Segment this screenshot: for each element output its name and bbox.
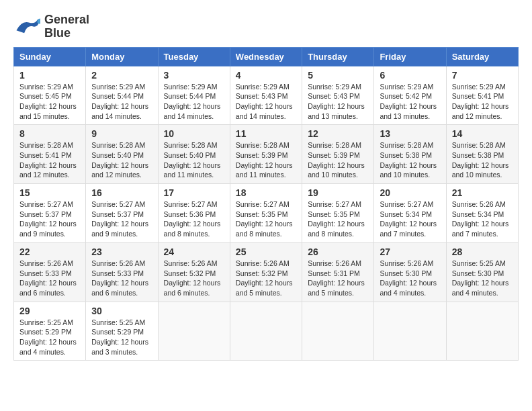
day-number: 8 [19, 128, 80, 139]
day-info: Sunrise: 5:26 AM Sunset: 5:33 PM Dayligh… [91, 259, 152, 298]
calendar-week-3: 15 Sunrise: 5:27 AM Sunset: 5:37 PM Dayl… [14, 184, 519, 243]
day-info: Sunrise: 5:28 AM Sunset: 5:40 PM Dayligh… [91, 140, 152, 180]
day-number: 29 [19, 306, 80, 316]
calendar-cell: 22 Sunrise: 5:26 AM Sunset: 5:33 PM Dayl… [14, 242, 86, 302]
day-info: Sunrise: 5:28 AM Sunset: 5:38 PM Dayligh… [452, 140, 513, 180]
day-number: 2 [91, 70, 152, 81]
weekday-header-tuesday: Tuesday [158, 47, 230, 66]
calendar-cell [446, 302, 518, 361]
calendar-cell: 21 Sunrise: 5:26 AM Sunset: 5:34 PM Dayl… [446, 184, 518, 243]
logo: General Blue [13, 13, 89, 40]
day-info: Sunrise: 5:28 AM Sunset: 5:41 PM Dayligh… [19, 140, 80, 180]
calendar-cell: 8 Sunrise: 5:28 AM Sunset: 5:41 PM Dayli… [14, 125, 86, 184]
weekday-header-sunday: Sunday [14, 47, 86, 66]
calendar-cell: 20 Sunrise: 5:27 AM Sunset: 5:34 PM Dayl… [374, 184, 446, 243]
day-number: 30 [91, 306, 152, 316]
calendar-cell: 27 Sunrise: 5:26 AM Sunset: 5:30 PM Dayl… [374, 242, 446, 302]
day-info: Sunrise: 5:28 AM Sunset: 5:39 PM Dayligh… [236, 140, 296, 180]
day-number: 20 [380, 187, 440, 198]
calendar-cell: 23 Sunrise: 5:26 AM Sunset: 5:33 PM Dayl… [86, 242, 158, 302]
day-number: 26 [308, 246, 368, 257]
calendar-table: SundayMondayTuesdayWednesdayThursdayFrid… [13, 47, 519, 361]
calendar-cell [230, 302, 302, 361]
calendar-week-2: 8 Sunrise: 5:28 AM Sunset: 5:41 PM Dayli… [14, 125, 519, 184]
day-info: Sunrise: 5:28 AM Sunset: 5:38 PM Dayligh… [380, 140, 440, 180]
day-number: 27 [380, 246, 440, 257]
weekday-header-monday: Monday [86, 47, 158, 66]
calendar-cell: 11 Sunrise: 5:28 AM Sunset: 5:39 PM Dayl… [230, 125, 302, 184]
day-info: Sunrise: 5:29 AM Sunset: 5:44 PM Dayligh… [91, 82, 152, 122]
calendar-cell: 7 Sunrise: 5:29 AM Sunset: 5:41 PM Dayli… [446, 66, 518, 125]
calendar-cell: 9 Sunrise: 5:28 AM Sunset: 5:40 PM Dayli… [86, 125, 158, 184]
day-info: Sunrise: 5:29 AM Sunset: 5:44 PM Dayligh… [164, 82, 224, 122]
day-number: 7 [452, 70, 513, 81]
day-info: Sunrise: 5:27 AM Sunset: 5:37 PM Dayligh… [19, 199, 80, 239]
calendar-cell: 15 Sunrise: 5:27 AM Sunset: 5:37 PM Dayl… [14, 184, 86, 243]
day-info: Sunrise: 5:26 AM Sunset: 5:33 PM Dayligh… [19, 259, 80, 298]
day-number: 14 [452, 128, 513, 139]
day-number: 1 [19, 70, 80, 81]
calendar-cell: 17 Sunrise: 5:27 AM Sunset: 5:36 PM Dayl… [158, 184, 230, 243]
page-header: General Blue [13, 13, 519, 40]
calendar-cell: 16 Sunrise: 5:27 AM Sunset: 5:37 PM Dayl… [86, 184, 158, 243]
calendar-cell [158, 302, 230, 361]
day-info: Sunrise: 5:25 AM Sunset: 5:30 PM Dayligh… [452, 259, 513, 298]
day-info: Sunrise: 5:28 AM Sunset: 5:39 PM Dayligh… [308, 140, 368, 180]
calendar-cell: 18 Sunrise: 5:27 AM Sunset: 5:35 PM Dayl… [230, 184, 302, 243]
calendar-cell: 14 Sunrise: 5:28 AM Sunset: 5:38 PM Dayl… [446, 125, 518, 184]
weekday-header-saturday: Saturday [446, 47, 518, 66]
day-info: Sunrise: 5:27 AM Sunset: 5:35 PM Dayligh… [308, 199, 368, 239]
day-number: 4 [236, 70, 296, 81]
day-info: Sunrise: 5:29 AM Sunset: 5:41 PM Dayligh… [452, 82, 513, 122]
day-info: Sunrise: 5:27 AM Sunset: 5:35 PM Dayligh… [236, 199, 296, 239]
day-number: 12 [308, 128, 368, 139]
calendar-week-1: 1 Sunrise: 5:29 AM Sunset: 5:45 PM Dayli… [14, 66, 519, 125]
day-number: 11 [236, 128, 296, 139]
day-number: 5 [308, 70, 368, 81]
day-number: 22 [19, 246, 80, 257]
calendar-cell: 6 Sunrise: 5:29 AM Sunset: 5:42 PM Dayli… [374, 66, 446, 125]
day-info: Sunrise: 5:29 AM Sunset: 5:43 PM Dayligh… [236, 82, 296, 122]
day-info: Sunrise: 5:29 AM Sunset: 5:43 PM Dayligh… [308, 82, 368, 122]
calendar-cell: 12 Sunrise: 5:28 AM Sunset: 5:39 PM Dayl… [302, 125, 374, 184]
day-number: 3 [164, 70, 224, 81]
weekday-header-row: SundayMondayTuesdayWednesdayThursdayFrid… [14, 47, 519, 66]
calendar-cell [302, 302, 374, 361]
day-number: 19 [308, 187, 368, 198]
calendar-cell: 5 Sunrise: 5:29 AM Sunset: 5:43 PM Dayli… [302, 66, 374, 125]
calendar-cell: 30 Sunrise: 5:25 AM Sunset: 5:29 PM Dayl… [86, 302, 158, 361]
day-info: Sunrise: 5:28 AM Sunset: 5:40 PM Dayligh… [164, 140, 224, 180]
day-info: Sunrise: 5:27 AM Sunset: 5:34 PM Dayligh… [380, 199, 440, 239]
calendar-cell: 3 Sunrise: 5:29 AM Sunset: 5:44 PM Dayli… [158, 66, 230, 125]
calendar-cell: 1 Sunrise: 5:29 AM Sunset: 5:45 PM Dayli… [14, 66, 86, 125]
calendar-cell: 29 Sunrise: 5:25 AM Sunset: 5:29 PM Dayl… [14, 302, 86, 361]
day-info: Sunrise: 5:29 AM Sunset: 5:42 PM Dayligh… [380, 82, 440, 122]
day-info: Sunrise: 5:26 AM Sunset: 5:32 PM Dayligh… [164, 259, 224, 298]
day-number: 21 [452, 187, 513, 198]
calendar-cell: 4 Sunrise: 5:29 AM Sunset: 5:43 PM Dayli… [230, 66, 302, 125]
day-info: Sunrise: 5:26 AM Sunset: 5:34 PM Dayligh… [452, 199, 513, 239]
calendar-cell: 25 Sunrise: 5:26 AM Sunset: 5:32 PM Dayl… [230, 242, 302, 302]
day-info: Sunrise: 5:26 AM Sunset: 5:31 PM Dayligh… [308, 259, 368, 298]
weekday-header-friday: Friday [374, 47, 446, 66]
calendar-cell: 26 Sunrise: 5:26 AM Sunset: 5:31 PM Dayl… [302, 242, 374, 302]
day-number: 17 [164, 187, 224, 198]
day-info: Sunrise: 5:29 AM Sunset: 5:45 PM Dayligh… [19, 82, 80, 122]
day-info: Sunrise: 5:25 AM Sunset: 5:29 PM Dayligh… [19, 318, 80, 357]
day-info: Sunrise: 5:26 AM Sunset: 5:32 PM Dayligh… [236, 259, 296, 298]
day-info: Sunrise: 5:27 AM Sunset: 5:36 PM Dayligh… [164, 199, 224, 239]
day-number: 25 [236, 246, 296, 257]
day-number: 16 [91, 187, 152, 198]
day-number: 13 [380, 128, 440, 139]
day-number: 23 [91, 246, 152, 257]
day-info: Sunrise: 5:26 AM Sunset: 5:30 PM Dayligh… [380, 259, 440, 298]
day-info: Sunrise: 5:27 AM Sunset: 5:37 PM Dayligh… [91, 199, 152, 239]
calendar-cell: 2 Sunrise: 5:29 AM Sunset: 5:44 PM Dayli… [86, 66, 158, 125]
day-number: 15 [19, 187, 80, 198]
calendar-cell [374, 302, 446, 361]
day-info: Sunrise: 5:25 AM Sunset: 5:29 PM Dayligh… [91, 318, 152, 357]
calendar-week-5: 29 Sunrise: 5:25 AM Sunset: 5:29 PM Dayl… [14, 302, 519, 361]
calendar-cell: 28 Sunrise: 5:25 AM Sunset: 5:30 PM Dayl… [446, 242, 518, 302]
day-number: 6 [380, 70, 440, 81]
weekday-header-thursday: Thursday [302, 47, 374, 66]
